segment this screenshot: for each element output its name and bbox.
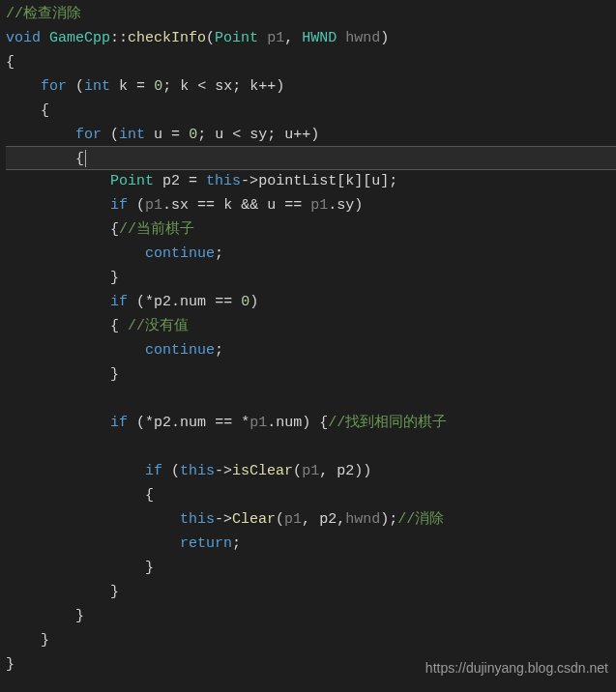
code-line[interactable]: if (*p2.num == *p1.num) {//找到相同的棋子	[6, 411, 616, 435]
keyword-if: if	[110, 197, 128, 214]
param-hwnd: hwnd	[345, 30, 380, 46]
keyword-void: void	[6, 30, 41, 46]
code-line[interactable]	[6, 435, 616, 459]
comment: //没有值	[128, 318, 189, 334]
keyword-this: this	[180, 463, 215, 479]
comment: //当前棋子	[119, 221, 194, 238]
keyword-if: if	[110, 294, 128, 310]
paren: (	[206, 30, 215, 46]
keyword-if: if	[110, 415, 128, 431]
code-line[interactable]: //检查消除	[6, 2, 616, 26]
brace-close: }	[75, 608, 84, 624]
keyword-if: if	[145, 463, 162, 479]
fn-isclear: isClear	[232, 463, 293, 479]
keyword-int: int	[84, 78, 110, 95]
keyword-for: for	[75, 127, 102, 143]
var-u: u	[154, 127, 162, 143]
code-line[interactable]: continue;	[6, 338, 616, 362]
brace-close: }	[110, 270, 119, 286]
keyword-return: return	[180, 535, 232, 552]
code-line[interactable]: for (int u = 0; u < sy; u++)	[6, 123, 616, 147]
code-line[interactable]: return;	[6, 532, 616, 556]
code-line[interactable]: for (int k = 0; k < sx; k++)	[6, 74, 616, 99]
comment: //消除	[397, 511, 444, 528]
scope-op: ::	[110, 30, 128, 46]
type-hwnd: HWND	[302, 30, 337, 46]
member-pointlist: pointList	[258, 173, 337, 189]
code-line-active[interactable]: {	[6, 146, 616, 170]
keyword-continue: continue	[145, 342, 215, 359]
code-line[interactable]: {	[6, 99, 616, 123]
code-line[interactable]	[6, 387, 616, 411]
param-p1: p1	[267, 30, 284, 46]
brace-close: }	[145, 560, 154, 576]
code-editor[interactable]: //检查消除 void GameCpp::checkInfo(Point p1,…	[0, 0, 616, 677]
var-sy: sy	[249, 127, 267, 143]
code-line[interactable]: }	[6, 266, 616, 290]
class-name: GameCpp	[49, 30, 110, 46]
brace-close: }	[41, 632, 49, 649]
code-line[interactable]: {//当前棋子	[6, 217, 616, 242]
fn-clear: Clear	[232, 511, 276, 528]
comment: //检查消除	[6, 6, 81, 22]
keyword-this: this	[206, 173, 241, 189]
comma: ,	[284, 30, 302, 46]
brace-open: {	[75, 151, 84, 167]
brace-close: }	[110, 366, 119, 383]
code-line[interactable]: { //没有值	[6, 314, 616, 338]
text-cursor	[85, 150, 86, 167]
keyword-for: for	[41, 78, 67, 95]
code-line[interactable]: void GameCpp::checkInfo(Point p1, HWND h…	[6, 26, 616, 50]
paren: )	[380, 30, 389, 46]
brace-open: {	[41, 102, 49, 119]
var-sx: sx	[215, 78, 232, 95]
code-line[interactable]: }	[6, 604, 616, 628]
function-name: checkInfo	[128, 30, 206, 46]
code-line[interactable]: {	[6, 50, 616, 74]
keyword-int: int	[119, 127, 145, 143]
code-line[interactable]: if (*p2.num == 0)	[6, 290, 616, 314]
code-line[interactable]: }	[6, 362, 616, 387]
code-line[interactable]: if (p1.sx == k && u == p1.sy)	[6, 193, 616, 217]
keyword-continue: continue	[145, 245, 215, 262]
code-line[interactable]: if (this->isClear(p1, p2))	[6, 459, 616, 483]
watermark-text: https://dujinyang.blog.csdn.net	[425, 656, 608, 680]
code-line[interactable]: continue;	[6, 242, 616, 266]
code-line[interactable]: this->Clear(p1, p2,hwnd);//消除	[6, 507, 616, 532]
code-line[interactable]: Point p2 = this->pointList[k][u];	[6, 169, 616, 193]
code-line[interactable]: {	[6, 483, 616, 507]
code-line[interactable]: }	[6, 580, 616, 604]
keyword-this: this	[180, 511, 215, 528]
comment: //找到相同的棋子	[328, 415, 447, 431]
brace-close: }	[110, 584, 119, 600]
type-point: Point	[110, 173, 154, 189]
number-zero: 0	[154, 78, 162, 95]
type-point: Point	[215, 30, 258, 46]
var-k: k	[119, 78, 128, 95]
code-line[interactable]: }	[6, 628, 616, 652]
brace-open: {	[6, 54, 15, 71]
brace-close: }	[6, 656, 15, 673]
code-line[interactable]: }	[6, 556, 616, 580]
